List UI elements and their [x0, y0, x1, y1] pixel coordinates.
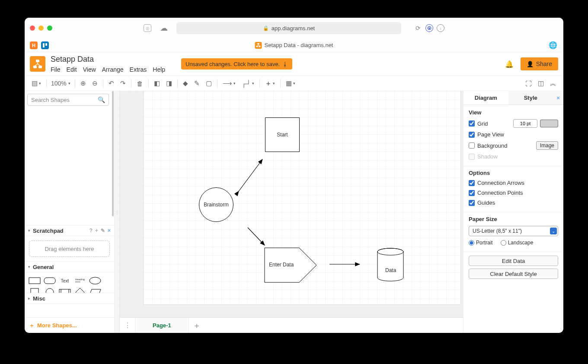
- to-front-button[interactable]: ◧: [153, 79, 161, 88]
- insert-button[interactable]: ＋▾: [264, 79, 276, 89]
- sidebar-scrollbar[interactable]: [112, 91, 114, 216]
- search-shapes-input[interactable]: Search Shapes 🔍: [27, 94, 109, 106]
- format-panel-button[interactable]: ◫: [537, 79, 545, 88]
- split-handle[interactable]: ⋮: [115, 91, 120, 333]
- svg-rect-2: [258, 43, 259, 44]
- tab-style[interactable]: Style: [508, 91, 553, 104]
- diagrams-favicon: [255, 42, 262, 49]
- format-panel: Diagram Style × View Grid Page View: [463, 91, 563, 333]
- shape-heading[interactable]: Heading━━━: [74, 276, 86, 285]
- clear-style-button[interactable]: Clear Default Style: [469, 269, 558, 279]
- zoom-out-button[interactable]: ⊖: [91, 79, 99, 88]
- password-icon[interactable]: ⦿: [425, 24, 433, 32]
- pinned-tab-h[interactable]: H: [30, 41, 38, 49]
- zoom-window[interactable]: [47, 25, 52, 31]
- grid-color-swatch[interactable]: [540, 120, 558, 127]
- node-brainstorm[interactable]: Brainstorm: [199, 187, 233, 222]
- save-icon: ⭳: [282, 61, 288, 67]
- shape-process[interactable]: [58, 288, 71, 293]
- notifications-icon[interactable]: 🔔: [505, 60, 514, 68]
- add-page-button[interactable]: ＋: [189, 318, 205, 333]
- svg-rect-3: [256, 46, 258, 47]
- node-start[interactable]: Start: [265, 117, 300, 152]
- undo-button[interactable]: ↶: [108, 79, 115, 88]
- cloud-icon[interactable]: ☁: [160, 23, 168, 33]
- menu-view[interactable]: View: [83, 66, 96, 73]
- misc-header[interactable]: ▸ Misc: [25, 293, 114, 304]
- pageview-checkbox[interactable]: [469, 132, 475, 138]
- download-icon[interactable]: ↓: [437, 24, 444, 32]
- redo-button[interactable]: ↷: [119, 79, 127, 88]
- shadow-button[interactable]: ▢: [205, 79, 213, 88]
- grid-size-input[interactable]: [513, 119, 537, 128]
- svg-rect-8: [29, 278, 40, 284]
- table-button[interactable]: ▦▾: [285, 79, 296, 88]
- tab-diagram[interactable]: Diagram: [463, 91, 508, 104]
- pinned-tab-trello[interactable]: [41, 41, 49, 49]
- app-logo[interactable]: [30, 56, 45, 72]
- fullscreen-button[interactable]: ⛶: [524, 79, 533, 88]
- scratchpad-add-icon[interactable]: +: [95, 228, 98, 234]
- minimize-window[interactable]: [38, 25, 44, 31]
- papersize-select[interactable]: US-Letter (8,5" x 11") ⌄: [469, 226, 558, 236]
- background-checkbox[interactable]: [469, 142, 475, 149]
- menu-help[interactable]: Help: [153, 66, 165, 73]
- toggle-sidebar-button[interactable]: ▤▾: [31, 79, 42, 88]
- menu-extras[interactable]: Extras: [130, 66, 147, 73]
- privacy-icon[interactable]: ◎: [144, 24, 151, 32]
- portrait-radio[interactable]: Portrait: [469, 240, 493, 246]
- shape-rect[interactable]: [28, 276, 41, 285]
- shape-text[interactable]: Text: [58, 276, 71, 285]
- shape-roundrect[interactable]: [43, 276, 56, 285]
- waypoints-button[interactable]: ┌┘▾: [241, 79, 255, 88]
- conn-arrows-checkbox[interactable]: [469, 180, 475, 186]
- grid-checkbox[interactable]: [469, 120, 475, 127]
- to-back-button[interactable]: ◨: [165, 79, 173, 88]
- page-tab-1[interactable]: Page-1: [135, 318, 189, 333]
- chevron-down-icon: ⌄: [550, 228, 557, 234]
- background-image-button[interactable]: Image: [536, 141, 558, 150]
- shape-circle[interactable]: [43, 288, 56, 293]
- shape-diamond[interactable]: [74, 288, 86, 293]
- document-title[interactable]: Setapp Data: [51, 55, 94, 64]
- translate-icon[interactable]: ⟳: [414, 24, 422, 32]
- page-paper: [144, 91, 460, 304]
- fill-color-button[interactable]: ◆: [182, 79, 189, 88]
- url-bar[interactable]: 🔒 app.diagrams.net: [176, 22, 401, 34]
- canvas[interactable]: Start Brainstorm: [120, 91, 463, 317]
- shape-parallelogram[interactable]: [89, 288, 102, 293]
- language-icon[interactable]: 🌐: [549, 41, 557, 49]
- delete-button[interactable]: 🗑: [136, 79, 144, 88]
- more-shapes-button[interactable]: ＋More Shapes...: [25, 317, 114, 333]
- shape-ellipse[interactable]: [89, 276, 102, 285]
- scratchpad-close-icon[interactable]: ×: [108, 228, 111, 234]
- menu-file[interactable]: File: [51, 66, 61, 73]
- connection-style-button[interactable]: ⟶▾: [222, 79, 236, 88]
- close-window[interactable]: [30, 25, 35, 31]
- scratchpad-edit-icon[interactable]: ✎: [101, 228, 105, 234]
- scratchpad-dropzone[interactable]: Drag elements here: [29, 241, 110, 257]
- line-color-button[interactable]: ✎: [193, 79, 201, 88]
- lock-icon: 🔒: [263, 25, 269, 31]
- active-tab[interactable]: Setapp Data - diagrams.net: [255, 42, 333, 49]
- general-header[interactable]: ▾ General: [25, 261, 114, 272]
- edit-data-button[interactable]: Edit Data: [469, 256, 558, 266]
- menu-edit[interactable]: Edit: [67, 66, 77, 73]
- svg-point-10: [89, 277, 101, 284]
- zoom-in-button[interactable]: ⊕: [80, 79, 87, 88]
- zoom-dropdown[interactable]: 100%▾: [51, 80, 70, 87]
- landscape-radio[interactable]: Landscape: [501, 240, 534, 246]
- scratchpad-header[interactable]: ▾ Scratchpad ? + ✎ ×: [25, 225, 114, 236]
- shape-square[interactable]: [28, 288, 41, 293]
- app-header: Setapp Data File Edit View Arrange Extra…: [25, 52, 563, 76]
- share-button[interactable]: Share: [521, 57, 558, 70]
- menu-arrange[interactable]: Arrange: [102, 66, 124, 73]
- page-menu-button[interactable]: ⋮: [120, 318, 135, 333]
- scratchpad-help-icon[interactable]: ?: [89, 228, 93, 234]
- collapse-button[interactable]: ︽: [549, 79, 557, 89]
- svg-rect-0: [43, 43, 45, 47]
- conn-points-checkbox[interactable]: [469, 190, 475, 196]
- unsaved-banner[interactable]: Unsaved changes. Click here to save. ⭳: [181, 58, 292, 70]
- panel-close-button[interactable]: ×: [553, 91, 563, 104]
- guides-checkbox[interactable]: [469, 200, 475, 206]
